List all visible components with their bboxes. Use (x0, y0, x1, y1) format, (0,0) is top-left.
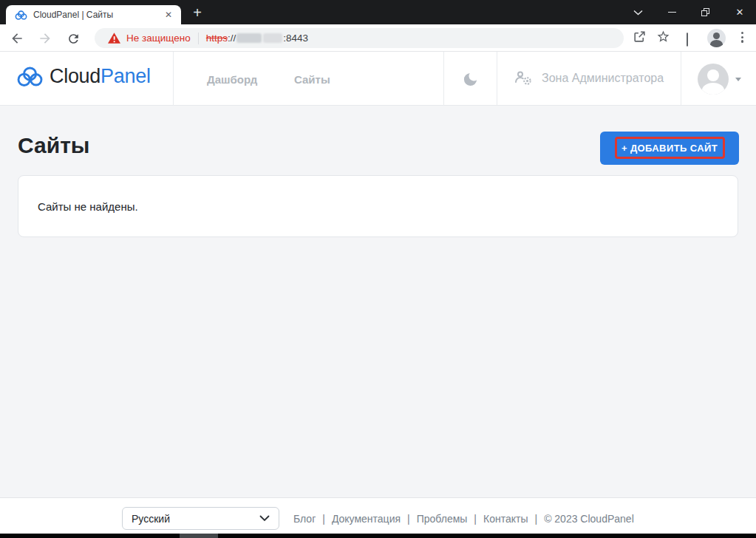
restore-button[interactable] (694, 0, 716, 24)
not-secure-label: Не защищено (126, 33, 191, 44)
address-bar[interactable]: Не защищено https :// :8443 (95, 28, 624, 48)
select-chevron-down-icon (259, 515, 270, 522)
footer-links: Блог | Документация | Проблемы | Контакт… (293, 503, 634, 534)
tab-search-chevron-icon[interactable] (627, 0, 649, 24)
browser-window: CloudPanel | Сайты ✕ + ✕ Не защищено htt… (0, 0, 756, 538)
cloudpanel-favicon-icon (15, 10, 27, 20)
back-button[interactable] (9, 30, 25, 47)
dark-mode-moon-icon[interactable] (462, 71, 479, 91)
taskbar-edge (0, 534, 756, 538)
footer-separator: | (534, 513, 537, 525)
avatar-dropdown-caret-icon[interactable] (735, 78, 741, 81)
redacted-host (236, 33, 282, 43)
not-secure-warning-icon (108, 33, 120, 44)
header-divider (681, 52, 681, 106)
new-tab-button[interactable]: + (188, 3, 207, 22)
footer-copyright: © 2023 CloudPanel (544, 513, 634, 525)
footer-link-issues[interactable]: Проблемы (417, 513, 468, 525)
refresh-button[interactable] (65, 30, 81, 47)
footer-link-blog[interactable]: Блог (293, 513, 316, 525)
header-divider (173, 52, 174, 106)
browser-menu-icon[interactable] (741, 32, 743, 43)
footer-link-contacts[interactable]: Контакты (483, 513, 528, 525)
admin-zone-label: Зона Администратора (542, 72, 664, 85)
footer-separator: | (474, 513, 477, 525)
bookmark-star-icon[interactable] (656, 30, 670, 44)
add-site-button[interactable]: + ДОБАВИТЬ САЙТ (600, 132, 739, 165)
url-port: :8443 (283, 33, 308, 44)
footer-separator: | (407, 513, 410, 525)
tab-title: CloudPanel | Сайты (33, 10, 162, 20)
browser-titlebar: CloudPanel | Сайты ✕ + ✕ (0, 0, 756, 24)
admin-users-gear-icon (514, 69, 534, 87)
cloudpanel-cloud-icon (16, 66, 44, 87)
window-close-button[interactable]: ✕ (729, 0, 751, 24)
admin-zone-link[interactable]: Зона Администратора (514, 69, 664, 87)
page-title: Сайты (18, 133, 89, 158)
header-divider (497, 52, 497, 106)
url-scheme: https (206, 33, 228, 44)
brand-name: CloudPanel (50, 65, 151, 88)
share-icon[interactable] (633, 30, 647, 44)
minimize-button[interactable] (661, 0, 683, 24)
footer-link-docs[interactable]: Документация (332, 513, 401, 525)
tab-close-icon[interactable]: ✕ (162, 8, 175, 21)
browser-tab[interactable]: CloudPanel | Сайты ✕ (6, 5, 181, 24)
nav-sites[interactable]: Сайты (294, 73, 330, 86)
language-select[interactable]: Русский (122, 507, 279, 530)
empty-message: Сайты не найдены. (38, 200, 138, 213)
user-avatar[interactable] (698, 64, 729, 95)
nav-dashboard[interactable]: Дашборд (207, 73, 257, 86)
sites-empty-card: Сайты не найдены. (18, 175, 738, 237)
url-scheme-suffix: :// (228, 33, 236, 44)
footer-separator: | (322, 513, 325, 525)
browser-profile-avatar[interactable] (707, 29, 726, 47)
omnibox-divider (198, 33, 199, 44)
header-divider (443, 52, 444, 106)
language-select-value: Русский (132, 513, 259, 525)
forward-button[interactable] (37, 30, 53, 47)
side-panel-icon[interactable] (687, 33, 688, 47)
cloudpanel-logo[interactable]: CloudPanel (16, 65, 151, 88)
